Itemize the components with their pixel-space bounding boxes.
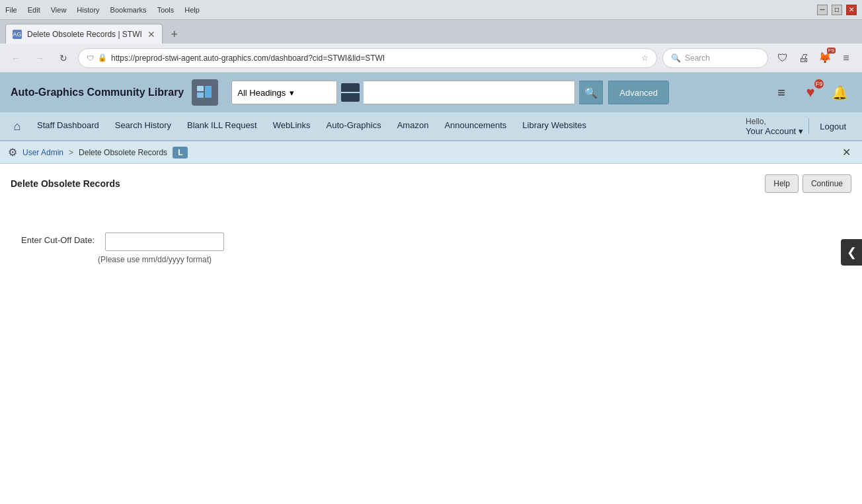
cutoff-date-row: Enter Cut-Off Date: xyxy=(21,233,851,251)
nav-links: ⌂ Staff Dashboard Search History Blank I… xyxy=(5,112,594,140)
page-actions: Help Continue xyxy=(765,174,851,193)
settings-gear-icon: ⚙ xyxy=(8,146,17,159)
page-title-row: Delete Obsolete Records Help Continue xyxy=(11,174,851,193)
app-header: Auto-Graphics Community Library All Head… xyxy=(0,73,862,112)
nav-announcements[interactable]: Announcements xyxy=(436,120,514,132)
nav-separator xyxy=(808,118,809,134)
new-tab-button[interactable]: + xyxy=(165,25,184,44)
address-bar-actions: 🛡 🖨 🦊 ≡ xyxy=(773,49,855,67)
url-text: https://preprod-stwi-agent.auto-graphics… xyxy=(111,54,637,63)
advanced-button[interactable]: Advanced xyxy=(608,81,669,104)
headings-label: All Headings xyxy=(237,88,286,98)
your-account-button[interactable]: Your Account ▾ xyxy=(746,126,803,136)
search-magnifier-icon: 🔍 xyxy=(671,54,681,63)
list-view-icon[interactable]: ≡ xyxy=(769,81,793,104)
nav-weblinks[interactable]: WebLinks xyxy=(265,120,319,132)
browser-addressbar: ← → ↻ 🛡 🔒 https://preprod-stwi-agent.aut… xyxy=(0,44,862,73)
menu-history[interactable]: History xyxy=(77,6,99,14)
logout-button[interactable]: Logout xyxy=(814,122,851,131)
nav-staff-dashboard[interactable]: Staff Dashboard xyxy=(29,120,107,132)
lock-icon: 🔒 xyxy=(98,54,107,62)
search-magnifier-icon: 🔍 xyxy=(584,87,598,99)
nav-amazon[interactable]: Amazon xyxy=(389,120,437,132)
nav-bar: ⌂ Staff Dashboard Search History Blank I… xyxy=(0,112,862,141)
header-search-area: All Headings ▾ 🔍 Advanced xyxy=(231,81,762,104)
menu-bar: File Edit View History Bookmarks Tools H… xyxy=(5,6,200,14)
active-tab[interactable]: AG Delete Obsolete Records | STWI ✕ xyxy=(5,24,163,44)
breadcrumb-current-page: Delete Obsolete Records xyxy=(79,148,167,157)
window-controls: ─ □ ✕ xyxy=(817,5,857,15)
favorites-badge: F9 xyxy=(814,79,824,89)
app-logo-icon xyxy=(192,79,218,106)
menu-view[interactable]: View xyxy=(51,6,67,14)
chevron-left-icon: ❮ xyxy=(847,245,857,260)
menu-help[interactable]: Help xyxy=(184,6,200,14)
continue-button[interactable]: Continue xyxy=(803,174,851,193)
reload-button[interactable]: ↻ xyxy=(54,49,73,67)
print-icon[interactable]: 🖨 xyxy=(795,49,813,67)
security-shield-icon: 🛡 xyxy=(87,54,94,62)
browser-tabbar: AG Delete Obsolete Records | STWI ✕ + xyxy=(0,20,862,44)
nav-blank-ill-request[interactable]: Blank ILL Request xyxy=(179,120,265,132)
hello-greeting: Hello, Your Account ▾ xyxy=(746,117,803,136)
notifications-bell-button[interactable]: 🔔 xyxy=(828,81,851,104)
svg-rect-1 xyxy=(197,92,204,98)
nav-library-websites[interactable]: Library Websites xyxy=(514,120,594,132)
maximize-button[interactable]: □ xyxy=(832,5,842,15)
menu-edit[interactable]: Edit xyxy=(28,6,40,14)
browser-titlebar: File Edit View History Bookmarks Tools H… xyxy=(0,0,862,20)
tab-close-button[interactable]: ✕ xyxy=(147,29,155,40)
nav-search-history[interactable]: Search History xyxy=(107,120,179,132)
account-label: Your Account xyxy=(746,126,796,136)
breadcrumb-separator: > xyxy=(69,148,73,157)
search-button[interactable]: 🔍 xyxy=(579,81,603,104)
minimize-button[interactable]: ─ xyxy=(817,5,828,15)
favorites-heart-button[interactable]: ♥ F9 xyxy=(799,81,822,104)
breadcrumb-bar: ⚙ User Admin > Delete Obsolete Records L… xyxy=(0,141,862,164)
svg-rect-0 xyxy=(197,86,204,91)
hello-label: Hello, xyxy=(746,117,803,126)
menu-file[interactable]: File xyxy=(5,6,17,14)
forward-button[interactable]: → xyxy=(30,49,49,67)
breadcrumb-close-button[interactable]: ✕ xyxy=(838,145,854,161)
svg-rect-2 xyxy=(205,86,212,98)
browser-search-box[interactable]: 🔍 Search xyxy=(662,48,768,68)
stacks-icon[interactable] xyxy=(341,83,360,102)
close-button[interactable]: ✕ xyxy=(846,5,857,15)
breadcrumb-user-admin-link[interactable]: User Admin xyxy=(22,148,63,157)
browser-search-placeholder: Search xyxy=(685,54,710,63)
menu-dots-icon[interactable]: ≡ xyxy=(837,49,855,67)
menu-bookmarks[interactable]: Bookmarks xyxy=(110,6,147,14)
help-button[interactable]: Help xyxy=(765,174,799,193)
menu-tools[interactable]: Tools xyxy=(157,6,175,14)
shield-extra-icon[interactable]: 🛡 xyxy=(773,49,792,67)
tab-title: Delete Obsolete Records | STWI xyxy=(27,30,142,39)
home-nav-button[interactable]: ⌂ xyxy=(5,114,29,138)
account-arrow-icon: ▾ xyxy=(799,126,803,136)
header-right-icons: ≡ ♥ F9 🔔 xyxy=(769,81,851,104)
main-content: Delete Obsolete Records Help Continue En… xyxy=(0,164,862,468)
cutoff-date-label: Enter Cut-Off Date: xyxy=(21,233,95,245)
search-input[interactable] xyxy=(364,81,575,104)
cutoff-date-input[interactable] xyxy=(105,233,224,251)
side-scroll-button[interactable]: ❮ xyxy=(841,239,862,266)
list-icon: ≡ xyxy=(777,85,785,100)
tab-favicon: AG xyxy=(13,30,22,39)
headings-arrow-icon: ▾ xyxy=(290,88,294,98)
breadcrumb-badge: L xyxy=(173,147,188,159)
back-button[interactable]: ← xyxy=(7,49,25,67)
date-format-hint: (Please use mm/dd/yyyy format) xyxy=(98,255,851,264)
form-area: Enter Cut-Off Date: (Please use mm/dd/yy… xyxy=(11,233,851,264)
nav-account-area: Hello, Your Account ▾ Logout xyxy=(746,112,857,140)
app-logo-text: Auto-Graphics Community Library xyxy=(11,87,184,98)
headings-dropdown[interactable]: All Headings ▾ xyxy=(231,81,337,104)
bookmark-star-icon[interactable]: ☆ xyxy=(641,54,648,63)
address-bar[interactable]: 🛡 🔒 https://preprod-stwi-agent.auto-grap… xyxy=(78,48,657,68)
firefox-icon[interactable]: 🦊 xyxy=(816,49,834,67)
nav-auto-graphics[interactable]: Auto-Graphics xyxy=(319,120,389,132)
page-title: Delete Obsolete Records xyxy=(11,178,120,189)
